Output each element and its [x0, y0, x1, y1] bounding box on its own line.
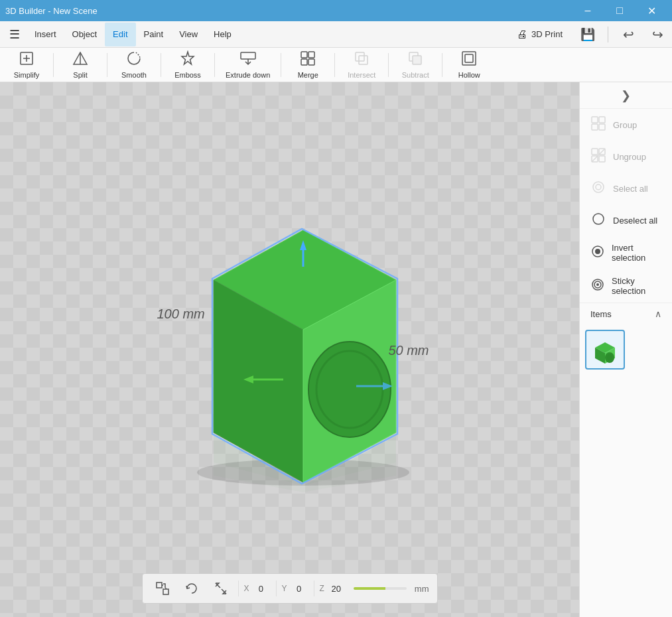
svg-point-53 — [596, 283, 599, 286]
viewport[interactable]: 100 mm 50 mm — [0, 82, 579, 617]
svg-rect-41 — [592, 149, 598, 155]
menu-edit[interactable]: Edit — [105, 23, 135, 46]
panel-sticky-selection[interactable]: Sticky selection — [580, 269, 672, 303]
panel-invert-selection[interactable]: Invert selection — [580, 236, 672, 269]
dim-50mm-label: 50 mm — [388, 343, 429, 358]
y-label: Y — [281, 584, 287, 593]
hollow-icon — [461, 50, 477, 70]
toolbar-sep-7 — [388, 53, 389, 77]
item-thumbnail-0[interactable] — [585, 330, 625, 370]
undo-icon: ↩ — [623, 27, 634, 42]
coord-z-group: Z 20 — [320, 584, 346, 594]
svg-rect-8 — [301, 59, 307, 65]
svg-rect-14 — [462, 52, 476, 65]
tool-emboss[interactable]: Emboss — [167, 50, 209, 80]
panel-group[interactable]: Group — [580, 109, 672, 141]
simplify-label: Simplify — [14, 71, 40, 79]
bottom-coordinate-bar: X 0 Y 0 Z 20 mm — [141, 573, 437, 604]
tool-smooth[interactable]: Smooth — [113, 50, 155, 80]
coord-unit: mm — [415, 584, 429, 594]
panel-deselect-all[interactable]: Deselect all — [580, 204, 672, 236]
x-label: X — [243, 584, 249, 593]
cube-wrapper: 100 mm 50 mm — [151, 177, 429, 469]
menu-view[interactable]: View — [171, 23, 206, 46]
panel-ungroup[interactable]: Ungroup — [580, 141, 672, 172]
undo-button[interactable]: ↩ — [616, 23, 640, 46]
svg-rect-9 — [308, 59, 314, 65]
print-label: 3D Print — [531, 29, 563, 39]
svg-rect-31 — [156, 583, 161, 588]
svg-rect-7 — [308, 52, 314, 58]
sticky-selection-label: Sticky selection — [612, 276, 661, 296]
svg-rect-44 — [599, 156, 605, 162]
transform-icon — [155, 581, 169, 596]
item-thumb-svg — [588, 333, 622, 366]
menu-paint[interactable]: Paint — [136, 23, 172, 46]
svg-rect-40 — [599, 124, 605, 130]
print-icon: 🖨 — [517, 29, 527, 40]
svg-rect-32 — [163, 589, 168, 594]
svg-rect-15 — [465, 54, 473, 62]
save-icon: 💾 — [580, 27, 595, 42]
scale-button[interactable] — [208, 577, 232, 600]
print-button[interactable]: 🖨 3D Print — [509, 26, 571, 43]
collapse-arrow-icon: ❯ — [621, 88, 631, 103]
hamburger-menu[interactable]: ☰ — [3, 23, 27, 46]
hamburger-icon: ☰ — [9, 27, 20, 42]
svg-point-20 — [308, 342, 391, 437]
invert-selection-icon — [590, 244, 605, 262]
close-button[interactable]: ✕ — [636, 0, 667, 21]
save-button[interactable]: 💾 — [576, 23, 600, 46]
menu-help[interactable]: Help — [206, 23, 239, 46]
group-icon — [590, 116, 606, 134]
tool-simplify[interactable]: Simplify — [5, 50, 48, 80]
toolbar: Simplify Split Smooth Emboss Extrude dow… — [0, 48, 672, 82]
tool-intersect[interactable]: Intersect — [340, 50, 383, 80]
toolbar-sep-6 — [334, 53, 335, 77]
z-value: 20 — [327, 584, 346, 594]
tool-hollow[interactable]: Hollow — [448, 50, 490, 80]
tool-extrude[interactable]: Extrude down — [220, 50, 275, 80]
menubar: ☰ Insert Object Edit Paint View Help 🖨 3… — [0, 21, 672, 48]
redo-icon: ↪ — [652, 27, 663, 42]
coord-y-group: Y 0 — [281, 584, 308, 594]
subtract-icon — [407, 50, 423, 70]
panel-collapse-button[interactable]: ❯ — [580, 82, 672, 109]
sticky-selection-icon — [590, 277, 605, 295]
rotate-button[interactable] — [179, 577, 203, 600]
extrude-icon — [239, 50, 257, 70]
window-controls: – □ ✕ — [572, 0, 667, 21]
panel-select-all[interactable]: Select all — [580, 172, 672, 204]
tool-merge[interactable]: Merge — [287, 50, 329, 80]
items-header[interactable]: Items ∧ — [580, 303, 672, 324]
rotate-icon — [184, 581, 198, 596]
split-label: Split — [73, 71, 87, 79]
items-chevron-icon: ∧ — [655, 308, 661, 319]
svg-rect-4 — [241, 52, 255, 59]
tool-split[interactable]: Split — [59, 50, 101, 80]
items-label: Items — [590, 309, 612, 319]
svg-line-45 — [592, 149, 605, 162]
svg-rect-11 — [359, 56, 368, 64]
svg-point-46 — [593, 182, 604, 192]
tool-subtract[interactable]: Subtract — [394, 50, 437, 80]
redo-button[interactable]: ↪ — [645, 23, 669, 46]
group-label: Group — [613, 120, 637, 130]
minimize-button[interactable]: – — [572, 0, 603, 21]
coord-sep-3 — [314, 581, 314, 596]
merge-label: Merge — [298, 71, 318, 79]
menu-object[interactable]: Object — [64, 23, 105, 46]
svg-point-50 — [595, 249, 600, 254]
transform-button[interactable] — [150, 577, 174, 600]
select-all-icon — [590, 180, 606, 198]
scale-icon — [213, 581, 228, 596]
simplify-icon — [19, 50, 34, 70]
menu-insert[interactable]: Insert — [27, 23, 64, 46]
y-value: 0 — [290, 584, 308, 594]
coord-x-group: X 0 — [243, 584, 270, 594]
svg-rect-37 — [592, 117, 598, 123]
toolbar-sep-2 — [107, 53, 107, 77]
svg-rect-6 — [301, 52, 307, 58]
toolbar-sep-3 — [161, 53, 161, 77]
maximize-button[interactable]: □ — [604, 0, 635, 21]
